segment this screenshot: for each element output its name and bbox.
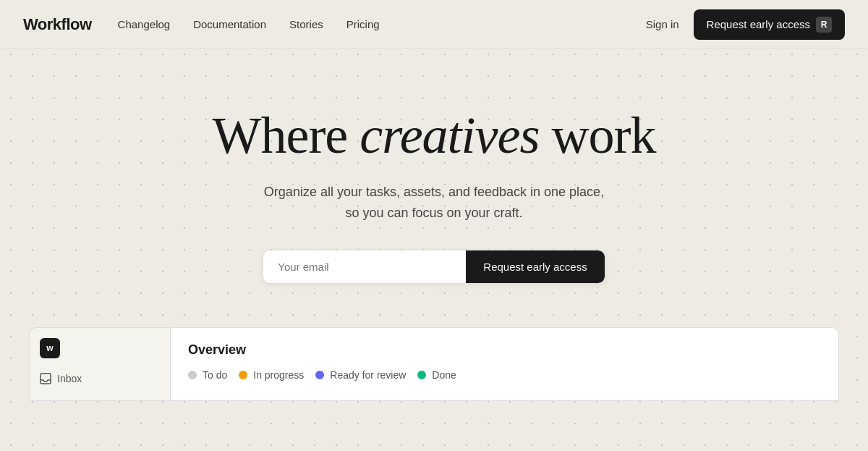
main-preview: Overview To do In progress Ready for rev… — [170, 327, 839, 401]
todo-label: To do — [203, 369, 227, 381]
svg-rect-0 — [41, 374, 51, 384]
kbd-badge: R — [816, 17, 832, 33]
email-form: Request early access — [263, 250, 605, 284]
navbar: Workflow Changelog Documentation Stories… — [0, 0, 868, 49]
nav-links: Changelog Documentation Stories Pricing — [118, 18, 380, 31]
hero-heading-word1: Where — [212, 106, 347, 164]
progress-dot — [239, 371, 247, 379]
done-label: Done — [432, 369, 456, 381]
done-dot — [417, 371, 426, 379]
nav-link-changelog[interactable]: Changelog — [118, 18, 171, 30]
inbox-icon — [40, 373, 51, 384]
sidebar-inbox-label: Inbox — [57, 373, 82, 384]
kanban-columns: To do In progress Ready for review Done — [188, 369, 821, 381]
request-nav-label: Request early access — [707, 18, 810, 30]
sidebar-preview: w Inbox — [29, 327, 170, 401]
email-input[interactable] — [263, 250, 466, 283]
hero-heading-word2: creatives — [359, 106, 539, 164]
sign-in-link[interactable]: Sign in — [646, 18, 679, 30]
kanban-col-todo: To do — [188, 369, 227, 381]
app-preview: w Inbox Overview To do In progress Ready… — [29, 327, 839, 401]
sidebar-logo: w — [40, 338, 60, 358]
request-early-access-hero-button[interactable]: Request early access — [466, 250, 604, 283]
review-label: Ready for review — [330, 369, 406, 381]
nav-link-documentation[interactable]: Documentation — [193, 18, 266, 30]
overview-title: Overview — [188, 342, 821, 358]
todo-dot — [188, 371, 197, 379]
progress-label: In progress — [253, 369, 304, 381]
review-dot — [315, 371, 324, 379]
kanban-col-done: Done — [417, 369, 456, 381]
nav-right: Sign in Request early access R — [646, 9, 845, 40]
sidebar-item-inbox[interactable]: Inbox — [30, 367, 170, 390]
kanban-col-progress: In progress — [239, 369, 304, 381]
hero-heading-word3: work — [552, 106, 656, 164]
kanban-col-review: Ready for review — [315, 369, 406, 381]
hero-section: Where creatives work Organize all your t… — [0, 49, 868, 313]
nav-link-pricing[interactable]: Pricing — [346, 18, 380, 30]
nav-left: Workflow Changelog Documentation Stories… — [23, 15, 380, 34]
request-early-access-nav-button[interactable]: Request early access R — [694, 9, 845, 40]
hero-subtext: Organize all your tasks, assets, and fee… — [264, 182, 604, 224]
nav-logo[interactable]: Workflow — [23, 15, 92, 34]
nav-link-stories[interactable]: Stories — [289, 18, 323, 30]
hero-heading: Where creatives work — [212, 107, 655, 164]
